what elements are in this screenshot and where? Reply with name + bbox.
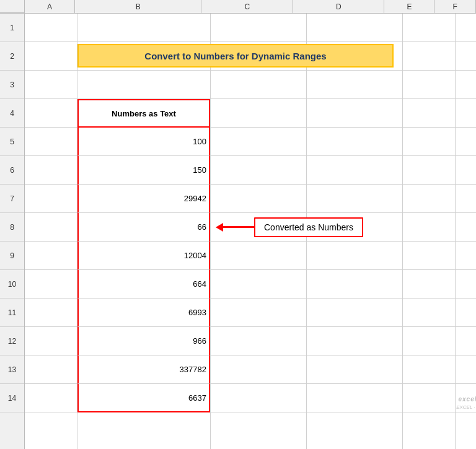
row-num-3: 3 [0, 71, 24, 99]
cell-c1[interactable] [211, 14, 306, 42]
cell-c3[interactable] [211, 71, 306, 99]
cell-b8[interactable]: 66 [77, 213, 210, 242]
cell-b3[interactable] [77, 71, 210, 99]
cell-f4[interactable] [456, 99, 476, 128]
row-num-9: 9 [0, 242, 24, 270]
cell-e5[interactable] [403, 128, 455, 156]
cell-a1[interactable] [25, 14, 77, 42]
cell-c10[interactable] [211, 270, 306, 299]
cell-e10[interactable] [403, 270, 455, 299]
cell-b5[interactable]: 100 [77, 128, 210, 156]
cell-c6[interactable] [211, 156, 306, 185]
cell-c5[interactable] [211, 128, 306, 156]
row-num-8: 8 [0, 213, 24, 242]
cell-f12[interactable] [456, 327, 476, 355]
cell-e3[interactable] [403, 71, 455, 99]
cell-d5[interactable] [307, 128, 402, 156]
cell-d12[interactable] [307, 327, 402, 355]
cell-a10[interactable] [25, 270, 77, 299]
col-header-c: C [201, 0, 293, 13]
annotation: Converted as Numbers [216, 217, 363, 237]
cell-f5[interactable] [456, 128, 476, 156]
cell-c7[interactable] [211, 185, 306, 213]
cell-f3[interactable] [456, 71, 476, 99]
cell-a5[interactable] [25, 128, 77, 156]
cell-d7[interactable] [307, 185, 402, 213]
col-b: Convert to Numbers for Dynamic Ranges Nu… [77, 14, 211, 449]
cell-e4[interactable] [403, 99, 455, 128]
cell-f8[interactable] [456, 213, 476, 242]
cell-a3[interactable] [25, 71, 77, 99]
cell-d3[interactable] [307, 71, 402, 99]
cell-e11[interactable] [403, 299, 455, 327]
cell-f7[interactable] [456, 185, 476, 213]
cell-a6[interactable] [25, 156, 77, 185]
data-row-1: 100 [193, 137, 206, 146]
cell-c9[interactable] [211, 242, 306, 270]
cell-e14[interactable] [403, 384, 455, 412]
cell-d14[interactable] [307, 384, 402, 412]
data-row-5: 12004 [184, 251, 206, 260]
cell-d6[interactable] [307, 156, 402, 185]
cell-b2[interactable]: Convert to Numbers for Dynamic Ranges [77, 42, 210, 71]
cell-a14[interactable] [25, 384, 77, 412]
cell-a2[interactable] [25, 42, 77, 71]
cell-d1[interactable] [307, 14, 402, 42]
cell-c11[interactable] [211, 299, 306, 327]
cell-e8[interactable] [403, 213, 455, 242]
cell-a4[interactable] [25, 99, 77, 128]
cell-a13[interactable] [25, 355, 77, 384]
cell-d13[interactable] [307, 355, 402, 384]
cell-e1[interactable] [403, 14, 455, 42]
row-num-5: 5 [0, 128, 24, 156]
cell-a12[interactable] [25, 327, 77, 355]
cell-f13[interactable] [456, 355, 476, 384]
cell-b7[interactable]: 29942 [77, 185, 210, 213]
row-num-13: 13 [0, 355, 24, 384]
cell-d4[interactable] [307, 99, 402, 128]
cell-b4-header[interactable]: Numbers as Text [77, 99, 210, 128]
table-header-label: Numbers as Text [112, 109, 176, 118]
cell-c8-annotation[interactable]: Converted as Numbers [211, 213, 306, 242]
cell-b10[interactable]: 664 [77, 270, 210, 299]
cell-b13[interactable]: 337782 [77, 355, 210, 384]
grid-area: Convert to Numbers for Dynamic Ranges Nu… [25, 14, 476, 449]
cell-a8[interactable] [25, 213, 77, 242]
cell-b12[interactable]: 966 [77, 327, 210, 355]
cell-b11[interactable]: 6993 [77, 299, 210, 327]
cell-a9[interactable] [25, 242, 77, 270]
cell-f10[interactable] [456, 270, 476, 299]
cell-e13[interactable] [403, 355, 455, 384]
cell-f6[interactable] [456, 156, 476, 185]
cell-d11[interactable] [307, 299, 402, 327]
data-row-7: 6993 [188, 308, 206, 317]
cell-c13[interactable] [211, 355, 306, 384]
cell-b1[interactable] [77, 14, 210, 42]
corner-cell [0, 0, 25, 13]
cell-c4[interactable] [211, 99, 306, 128]
col-header-f: F [434, 0, 476, 13]
cell-f1[interactable] [456, 14, 476, 42]
cell-d10[interactable] [307, 270, 402, 299]
cell-b14[interactable]: 6637 [77, 384, 210, 412]
cell-e12[interactable] [403, 327, 455, 355]
cell-e6[interactable] [403, 156, 455, 185]
cell-c12[interactable] [211, 327, 306, 355]
col-header-a: A [25, 0, 75, 13]
data-row-10: 6637 [188, 393, 206, 403]
cell-e2[interactable] [403, 42, 455, 71]
cell-c14[interactable] [211, 384, 306, 412]
cell-f2[interactable] [456, 42, 476, 71]
cell-d9[interactable] [307, 242, 402, 270]
cell-e7[interactable] [403, 185, 455, 213]
arrow-head [216, 223, 223, 232]
cell-e9[interactable] [403, 242, 455, 270]
cell-a7[interactable] [25, 185, 77, 213]
cell-b6[interactable]: 150 [77, 156, 210, 185]
cell-f9[interactable] [456, 242, 476, 270]
cell-f11[interactable] [456, 299, 476, 327]
cell-f14[interactable]: exceldemy EXCEL · DATA · BI [456, 384, 476, 412]
cell-b9[interactable]: 12004 [77, 242, 210, 270]
spreadsheet: A B C D E F 1 2 3 4 5 6 7 8 9 10 11 12 1… [0, 0, 476, 449]
cell-a11[interactable] [25, 299, 77, 327]
